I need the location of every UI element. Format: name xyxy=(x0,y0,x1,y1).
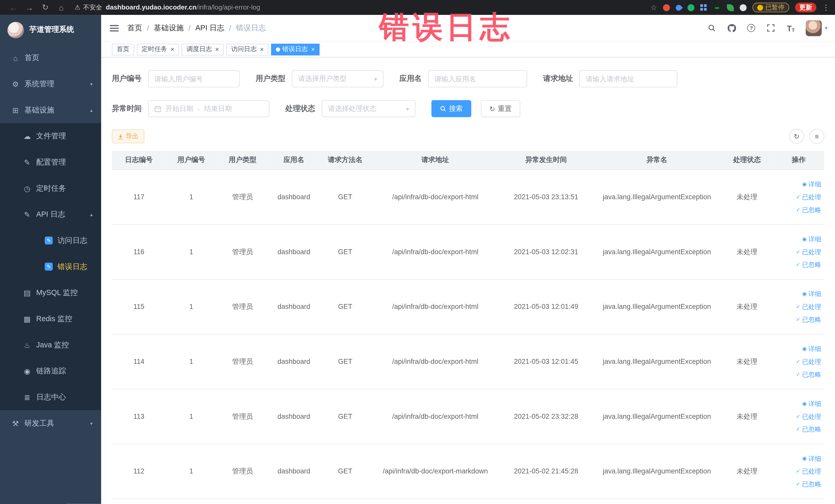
action-ignored[interactable]: ✓已忽略 xyxy=(796,258,821,271)
sidebar-item-label: 错误日志 xyxy=(58,262,87,271)
browser-menu-icon[interactable]: ⋮ xyxy=(822,3,830,12)
cell-id: 115 xyxy=(112,279,166,334)
sidebar-item-api-log[interactable]: ✎API 日志▴ xyxy=(0,201,101,227)
eye-icon: ◉ xyxy=(802,233,807,245)
user-menu[interactable]: ▾ xyxy=(806,20,828,36)
search-icon[interactable] xyxy=(707,23,717,33)
font-size-icon[interactable]: TT xyxy=(786,23,795,33)
fullscreen-icon[interactable] xyxy=(766,23,776,33)
action-processed[interactable]: ✓已处理 xyxy=(796,355,821,368)
request-url-input[interactable] xyxy=(579,70,677,87)
cell-exception: java.lang.IllegalArgumentException xyxy=(593,169,721,224)
sidebar-item-log-center[interactable]: ≣日志中心 xyxy=(0,384,101,410)
browser-home-icon[interactable]: ⌂ xyxy=(53,3,69,12)
action-ignored[interactable]: ✓已忽略 xyxy=(796,203,821,216)
action-label: 已忽略 xyxy=(802,478,821,490)
action-processed[interactable]: ✓已处理 xyxy=(796,410,821,423)
action-detail[interactable]: ◉详细 xyxy=(802,397,821,410)
extension-icon[interactable] xyxy=(740,4,747,11)
search-icon xyxy=(440,105,446,112)
extension-icon[interactable]: on xyxy=(713,4,721,11)
help-icon[interactable]: ? xyxy=(747,23,756,33)
sidebar-item-config-management[interactable]: ✎配置管理 xyxy=(0,149,101,175)
sidebar-item-tracing[interactable]: ◉链路追踪 xyxy=(0,358,101,384)
table-row: 1141管理员dashboardGET/api/infra/db-doc/exp… xyxy=(112,334,824,389)
close-icon[interactable]: × xyxy=(170,46,174,53)
action-detail[interactable]: ◉详细 xyxy=(802,452,821,465)
sidebar-item-home[interactable]: ⌂首页 xyxy=(0,45,101,71)
tab-error-log[interactable]: 错误日志× xyxy=(271,43,320,55)
action-detail[interactable]: ◉详细 xyxy=(802,342,821,355)
extension-icon[interactable] xyxy=(663,4,670,11)
extension-icon[interactable] xyxy=(687,4,694,11)
action-processed[interactable]: ✓已处理 xyxy=(796,190,821,203)
extension-icon[interactable] xyxy=(727,4,734,11)
github-icon[interactable] xyxy=(727,23,736,33)
reset-button[interactable]: ↻ 重置 xyxy=(481,100,520,117)
security-indicator[interactable]: ⚠ 不安全 xyxy=(75,3,102,12)
cell-method: GET xyxy=(319,389,371,444)
reload-icon[interactable]: ↻ xyxy=(37,3,53,12)
app-name-input[interactable] xyxy=(428,70,527,87)
page-content: 用户编号 用户类型 请选择用户类型 ▾ 应用名 xyxy=(101,58,835,504)
date-range-picker[interactable]: 开始日期 - 结束日期 xyxy=(148,100,269,117)
filter-user-type: 用户类型 请选择用户类型 ▾ xyxy=(256,70,384,87)
export-button[interactable]: 导出 xyxy=(112,129,144,143)
sidebar-toggle-icon[interactable] xyxy=(109,25,119,31)
close-icon[interactable]: × xyxy=(215,46,219,53)
extension-icon[interactable] xyxy=(675,3,683,12)
user-id-input[interactable] xyxy=(148,70,240,87)
back-icon[interactable]: ← xyxy=(5,3,21,12)
breadcrumb-item[interactable]: API 日志 xyxy=(195,23,224,33)
breadcrumb-item[interactable]: 首页 xyxy=(127,23,142,33)
sidebar-item-redis-monitor[interactable]: ▦Redis 监控 xyxy=(0,306,101,332)
paused-badge[interactable]: 已暂停 xyxy=(752,3,789,12)
tab-home[interactable]: 首页 xyxy=(112,43,134,55)
cell-status: 未处理 xyxy=(721,334,773,389)
user-type-select[interactable]: 请选择用户类型 ▾ xyxy=(292,70,384,87)
action-processed[interactable]: ✓已处理 xyxy=(796,245,821,258)
action-ignored[interactable]: ✓已忽略 xyxy=(796,368,821,381)
tab-access-log[interactable]: 访问日志× xyxy=(226,43,268,55)
sidebar-item-infrastructure[interactable]: ⊞基础设施▴ xyxy=(0,97,101,123)
action-detail[interactable]: ◉详细 xyxy=(802,178,821,190)
action-ignored[interactable]: ✓已忽略 xyxy=(796,423,821,436)
tab-schedule-log[interactable]: 调度日志× xyxy=(182,43,224,55)
action-detail[interactable]: ◉详细 xyxy=(802,287,821,300)
sidebar-item-scheduled-jobs[interactable]: ◷定时任务 xyxy=(0,175,101,202)
action-detail[interactable]: ◉详细 xyxy=(802,233,821,245)
action-ignored[interactable]: ✓已忽略 xyxy=(796,313,821,326)
sidebar-item-system-management[interactable]: ⚙系统管理▾ xyxy=(0,71,101,97)
eye-icon: ◉ xyxy=(802,178,807,190)
action-processed[interactable]: ✓已处理 xyxy=(796,300,821,313)
refresh-table-button[interactable]: ↻ xyxy=(789,129,804,144)
bookmark-star-icon[interactable]: ☆ xyxy=(650,3,657,12)
sidebar-item-mysql-monitor[interactable]: ▤MySQL 监控 xyxy=(0,280,101,306)
search-button[interactable]: 搜索 xyxy=(431,100,471,117)
filter-user-id: 用户编号 xyxy=(112,70,240,87)
cell-method: GET xyxy=(319,279,371,334)
sidebar-item-error-log[interactable]: ✎错误日志 xyxy=(0,254,101,280)
table-row: 1151管理员dashboardGET/api/infra/db-doc/exp… xyxy=(112,279,824,334)
extension-icon[interactable] xyxy=(700,4,707,11)
breadcrumb-item[interactable]: 基础设施 xyxy=(154,23,184,33)
close-icon[interactable]: × xyxy=(260,46,264,53)
sidebar-item-file-management[interactable]: ☁文件管理 xyxy=(0,123,101,149)
sidebar-item-access-log[interactable]: ✎访问日志 xyxy=(0,227,101,254)
action-ignored[interactable]: ✓已忽略 xyxy=(796,478,821,490)
app-logo[interactable]: 芋道管理系统 xyxy=(0,15,101,45)
update-button[interactable]: 更新 xyxy=(795,3,816,12)
sidebar-item-dev-tools[interactable]: ⚒研发工具▾ xyxy=(0,410,101,436)
forward-icon[interactable]: → xyxy=(21,3,37,12)
address-bar[interactable]: ⚠ 不安全 dashboard.yudao.iocoder.cn/infra/l… xyxy=(75,3,645,12)
gear-icon: ⚙ xyxy=(11,80,20,88)
action-processed[interactable]: ✓已处理 xyxy=(796,465,821,478)
sidebar-item-java-monitor[interactable]: ♨Java 监控 xyxy=(0,332,101,358)
action-label: 详细 xyxy=(808,178,821,190)
tab-scheduled-jobs[interactable]: 定时任务× xyxy=(137,43,179,55)
cell-time: 2021-05-02 23:32:28 xyxy=(500,389,593,444)
process-status-select[interactable]: 请选择处理状态 ▾ xyxy=(322,100,415,117)
close-icon[interactable]: × xyxy=(311,46,315,53)
action-label: 已处理 xyxy=(802,300,821,313)
column-settings-button[interactable]: ≡ xyxy=(809,129,824,144)
